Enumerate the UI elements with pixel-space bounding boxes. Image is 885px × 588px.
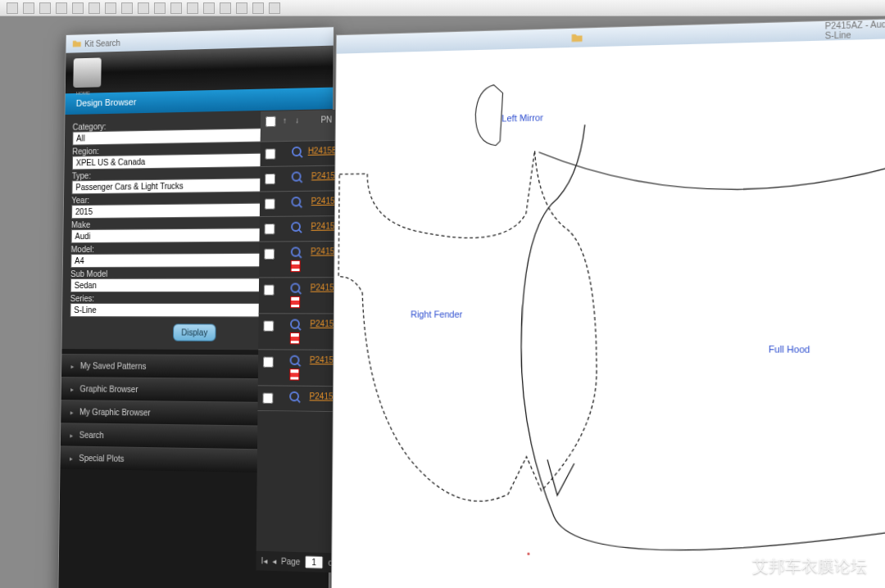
- tool-icon[interactable]: [252, 2, 264, 14]
- canvas-body[interactable]: Left Mirror Right Mirror Right Fender Fu…: [332, 38, 885, 588]
- row-check[interactable]: [263, 284, 274, 295]
- tool-icon[interactable]: [23, 2, 34, 14]
- tool-icon[interactable]: [203, 2, 215, 14]
- pager-first-icon[interactable]: I◂: [261, 556, 267, 566]
- tool-icon[interactable]: [121, 2, 133, 14]
- canvas-title: P2415AZ - Audi-A4-Sedan-S-Line: [825, 18, 885, 41]
- pdf-icon[interactable]: [290, 369, 300, 380]
- tool-icon[interactable]: [154, 2, 166, 14]
- tool-icon[interactable]: [269, 2, 280, 14]
- tool-icon[interactable]: [7, 2, 18, 14]
- row-check[interactable]: [265, 173, 275, 183]
- tool-icon[interactable]: [56, 2, 67, 14]
- checkall[interactable]: [265, 116, 275, 127]
- zoom-icon[interactable]: [291, 283, 301, 292]
- folder-icon: [72, 38, 81, 48]
- label-right-fender: Right Fender: [411, 309, 463, 319]
- tool-icon[interactable]: [105, 2, 116, 14]
- col-check[interactable]: [261, 111, 280, 142]
- col-sort-down[interactable]: ↓: [289, 111, 305, 141]
- zoom-icon[interactable]: [290, 319, 300, 328]
- logo-band: [66, 46, 334, 94]
- row-check[interactable]: [264, 198, 275, 209]
- zoom-icon[interactable]: [290, 355, 300, 364]
- watermark: 艾邦车衣膜论坛: [718, 552, 867, 580]
- pdf-icon[interactable]: [290, 296, 300, 307]
- pager-page-label: Page: [281, 557, 300, 567]
- tool-icon[interactable]: [236, 2, 247, 14]
- pager-page-input[interactable]: [305, 555, 323, 568]
- row-check[interactable]: [265, 148, 275, 159]
- tool-icon[interactable]: [187, 2, 198, 14]
- tool-icon[interactable]: [39, 2, 51, 14]
- row-check[interactable]: [262, 392, 273, 403]
- row-check[interactable]: [264, 224, 275, 234]
- pattern-drawing: Left Mirror Right Mirror Right Fender Fu…: [332, 38, 885, 588]
- pdf-icon[interactable]: [291, 260, 301, 271]
- label-left-mirror: Left Mirror: [502, 113, 543, 124]
- row-check[interactable]: [263, 320, 274, 331]
- home-icon[interactable]: [73, 57, 101, 88]
- row-check[interactable]: [262, 356, 273, 367]
- pager-prev-icon[interactable]: ◂: [272, 556, 276, 566]
- tool-icon[interactable]: [72, 2, 84, 14]
- pdf-icon[interactable]: [290, 332, 300, 343]
- tool-icon[interactable]: [138, 2, 149, 14]
- wechat-icon: [718, 552, 746, 580]
- watermark-text: 艾邦车衣膜论坛: [752, 555, 867, 577]
- tool-icon[interactable]: [88, 2, 100, 14]
- zoom-icon[interactable]: [292, 171, 302, 181]
- window-title: Kit Search: [84, 38, 120, 47]
- tool-icon[interactable]: [220, 2, 231, 14]
- col-sort-up[interactable]: ↑: [280, 111, 290, 141]
- zoom-icon[interactable]: [291, 247, 301, 256]
- tool-icon[interactable]: [170, 2, 182, 14]
- row-check[interactable]: [264, 248, 275, 259]
- svg-point-0: [527, 553, 529, 555]
- display-button[interactable]: Display: [173, 323, 216, 341]
- zoom-icon[interactable]: [289, 391, 299, 400]
- zoom-icon[interactable]: [292, 197, 302, 206]
- zoom-icon[interactable]: [291, 221, 301, 231]
- label-full-hood: Full Hood: [769, 344, 810, 355]
- zoom-icon[interactable]: [292, 146, 302, 156]
- desktop-area: Kit Search Design Browser Category: All …: [0, 16, 885, 588]
- pattern-canvas-window: P2415AZ - Audi-A4-Sedan-S-Line Left Mirr…: [331, 16, 885, 588]
